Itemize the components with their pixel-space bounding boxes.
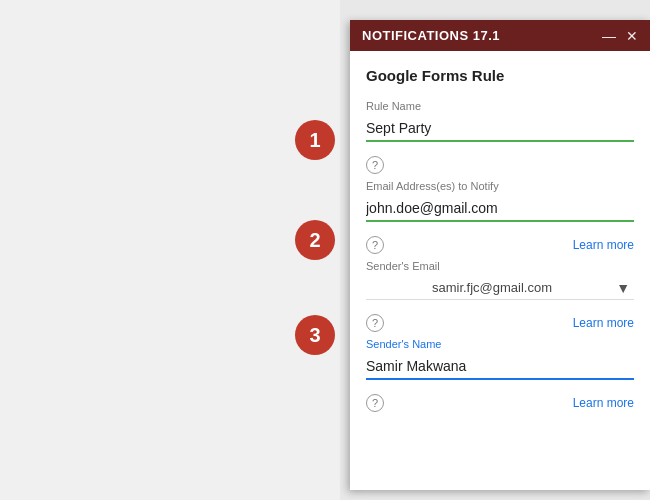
- rule-name-group: Rule Name: [366, 100, 634, 142]
- panel-body: Google Forms Rule Rule Name ? Email Addr…: [350, 51, 650, 490]
- help-row-2: ? Learn more: [366, 236, 634, 254]
- sender-email-select-wrapper: samir.fjc@gmail.com ▼: [366, 276, 634, 300]
- rule-name-label: Rule Name: [366, 100, 634, 112]
- email-input[interactable]: [366, 196, 634, 222]
- minimize-button[interactable]: —: [602, 29, 616, 43]
- rule-name-input[interactable]: [366, 116, 634, 142]
- notification-panel: NOTIFICATIONS 17.1 — ✕ Google Forms Rule…: [350, 20, 650, 490]
- left-panel: [0, 0, 340, 500]
- help-row-4: ? Learn more: [366, 394, 634, 412]
- panel-title: NOTIFICATIONS 17.1: [362, 28, 500, 43]
- titlebar-controls: — ✕: [602, 29, 638, 43]
- help-icon-4[interactable]: ?: [366, 394, 384, 412]
- learn-more-link-2[interactable]: Learn more: [573, 316, 634, 330]
- sender-name-label: Sender's Name: [366, 338, 634, 350]
- learn-more-link-3[interactable]: Learn more: [573, 396, 634, 410]
- help-icon-3[interactable]: ?: [366, 314, 384, 332]
- close-button[interactable]: ✕: [626, 29, 638, 43]
- step-badge-1: 1: [295, 120, 335, 160]
- learn-more-link-1[interactable]: Learn more: [573, 238, 634, 252]
- step-badge-2: 2: [295, 220, 335, 260]
- sender-email-select[interactable]: samir.fjc@gmail.com: [366, 276, 634, 300]
- sender-email-label: Sender's Email: [366, 260, 634, 272]
- help-icon-2[interactable]: ?: [366, 236, 384, 254]
- email-group: Email Address(es) to Notify: [366, 180, 634, 222]
- help-row-3: ? Learn more: [366, 314, 634, 332]
- email-label: Email Address(es) to Notify: [366, 180, 634, 192]
- help-icon-1[interactable]: ?: [366, 156, 384, 174]
- section-title: Google Forms Rule: [366, 67, 634, 84]
- sender-name-group: Sender's Name: [366, 338, 634, 380]
- help-row-1: ?: [366, 156, 634, 174]
- sender-email-group: Sender's Email samir.fjc@gmail.com ▼: [366, 260, 634, 300]
- sender-name-input[interactable]: [366, 354, 634, 380]
- step-badge-3: 3: [295, 315, 335, 355]
- panel-titlebar: NOTIFICATIONS 17.1 — ✕: [350, 20, 650, 51]
